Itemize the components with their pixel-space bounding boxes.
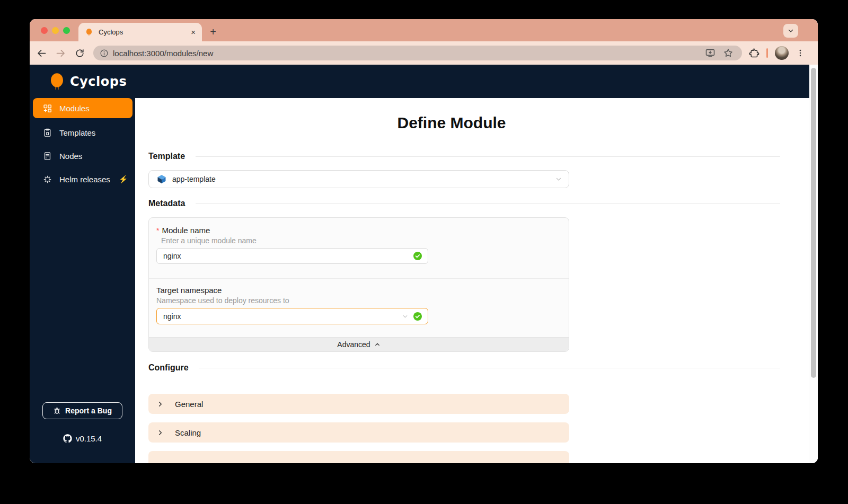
chevron-down-icon xyxy=(555,175,562,183)
app-header: Cyclops xyxy=(30,65,809,98)
valid-check-icon xyxy=(413,312,422,321)
sidebar: Modules Templates Helm releases Nodes He… xyxy=(30,98,135,463)
tab-title: Cyclops xyxy=(99,28,186,36)
scrollbar-thumb[interactable] xyxy=(811,68,816,378)
required-asterisk: * xyxy=(156,226,159,235)
divider xyxy=(199,368,780,368)
template-cube-icon xyxy=(156,174,167,184)
chevron-down-icon xyxy=(402,313,409,320)
module-name-label: Module name xyxy=(162,226,210,235)
nodes-server-icon xyxy=(43,152,52,161)
metadata-section-heading: Metadata xyxy=(148,199,780,208)
main-content: Define Module Template app-template Meta… xyxy=(135,98,809,463)
bookmark-star-icon[interactable] xyxy=(723,48,734,58)
module-name-input[interactable]: nginx xyxy=(156,248,428,264)
extensions-puzzle-icon[interactable] xyxy=(748,48,759,59)
reload-button[interactable] xyxy=(70,43,89,63)
sidebar-item-templates[interactable]: Templates xyxy=(33,122,132,143)
chevron-down-icon xyxy=(787,27,794,34)
page-title: Define Module xyxy=(148,112,780,134)
browser-tab-strip: Cyclops × + xyxy=(30,19,818,41)
modules-appstore-icon xyxy=(43,104,52,113)
toolbar-divider xyxy=(766,48,768,58)
sidebar-item-label: Helm releases xyxy=(59,175,110,184)
template-section-heading: Template xyxy=(148,152,780,161)
version-row[interactable]: v0.15.4 xyxy=(30,434,135,443)
bug-icon xyxy=(53,407,61,415)
report-bug-label: Report a Bug xyxy=(65,406,112,415)
cyclops-app: Cyclops Modules Templates Helm releases … xyxy=(30,65,818,463)
configure-section-heading: Configure xyxy=(148,363,780,373)
collapse-panel-partial[interactable] xyxy=(148,451,569,463)
chevron-right-icon xyxy=(157,401,164,408)
browser-window: Cyclops × + localhost:3000/modules/new xyxy=(30,19,818,463)
reload-icon xyxy=(75,48,85,58)
collapse-panel-general[interactable]: General xyxy=(148,394,569,414)
template-select[interactable]: app-template xyxy=(148,170,569,188)
collapse-panel-scaling[interactable]: Scaling xyxy=(148,422,569,443)
chevron-up-icon xyxy=(374,341,381,348)
sidebar-item-modules[interactable]: Modules xyxy=(33,98,132,118)
profile-avatar[interactable] xyxy=(775,46,789,60)
sidebar-item-label: Templates xyxy=(59,128,95,137)
helm-wheel-icon xyxy=(43,175,52,184)
browser-tab[interactable]: Cyclops × xyxy=(78,23,202,41)
panel-label: Scaling xyxy=(175,428,201,437)
tab-close-icon[interactable]: × xyxy=(191,28,196,37)
sidebar-item-label: Modules xyxy=(59,104,90,113)
install-app-icon[interactable] xyxy=(705,48,716,58)
forward-arrow-icon xyxy=(55,48,66,59)
url-text[interactable]: localhost:3000/modules/new xyxy=(113,49,701,58)
panel-label: General xyxy=(175,400,203,409)
minimize-window-button[interactable] xyxy=(52,27,59,34)
version-label: v0.15.4 xyxy=(76,434,102,443)
metadata-card: * Module name Enter a unique module name… xyxy=(148,217,569,352)
lightning-icon: ⚡ xyxy=(119,175,128,183)
target-namespace-field: Target namespace Namespace used to deplo… xyxy=(149,279,569,337)
divider xyxy=(196,156,780,157)
report-bug-button[interactable]: Report a Bug xyxy=(42,402,122,419)
module-name-help: Enter a unique module name xyxy=(161,236,561,245)
target-namespace-help: Namespace used to deploy resources to xyxy=(156,296,561,305)
close-window-button[interactable] xyxy=(41,27,48,34)
target-namespace-label: Target namespace xyxy=(156,286,222,295)
site-info-icon[interactable] xyxy=(100,49,109,58)
browser-toolbar: localhost:3000/modules/new xyxy=(30,41,818,65)
advanced-toggle[interactable]: Advanced xyxy=(149,337,569,351)
tab-favicon-cyclops-icon xyxy=(85,28,93,37)
target-namespace-select[interactable]: nginx xyxy=(156,308,428,324)
cyclops-logo-icon xyxy=(49,73,65,91)
github-icon xyxy=(63,434,72,443)
tab-search-button[interactable] xyxy=(783,24,798,38)
maximize-window-button[interactable] xyxy=(63,27,70,34)
templates-clipboard-icon xyxy=(43,128,52,137)
template-select-value: app-template xyxy=(172,175,550,183)
sidebar-item-helm-releases[interactable]: Helm releases ⚡ xyxy=(33,169,132,189)
forward-button[interactable] xyxy=(51,43,70,63)
sidebar-item-label: Nodes xyxy=(59,152,82,161)
valid-check-icon xyxy=(413,252,422,260)
sidebar-item-nodes[interactable]: Helm releases Nodes xyxy=(33,146,132,166)
window-controls xyxy=(41,27,70,34)
back-button[interactable] xyxy=(32,43,51,63)
scrollbar[interactable] xyxy=(809,65,818,463)
new-tab-button[interactable]: + xyxy=(206,24,220,39)
brand-name: Cyclops xyxy=(70,74,127,89)
divider xyxy=(196,204,780,204)
module-name-field: * Module name Enter a unique module name… xyxy=(149,218,569,279)
browser-menu-kebab-icon[interactable] xyxy=(796,48,805,58)
chevron-right-icon xyxy=(157,429,164,436)
back-arrow-icon xyxy=(36,48,47,59)
address-bar[interactable]: localhost:3000/modules/new xyxy=(93,46,742,60)
